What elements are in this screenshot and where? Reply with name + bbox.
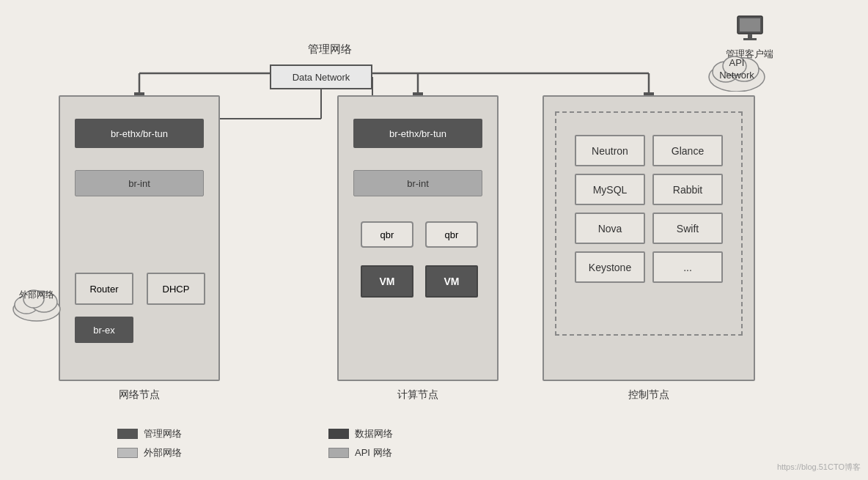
svg-rect-30	[740, 18, 760, 32]
service-etc: ...	[652, 251, 723, 283]
compute-node-panel: br-ethx/br-tun br-int qbr qbr VM VM 计算节点	[337, 95, 499, 381]
legend-api-network: API 网络	[328, 446, 393, 459]
compute-br-int: br-int	[353, 170, 482, 196]
svg-rect-32	[743, 38, 757, 40]
legend-mgmt-network: 管理网络	[117, 427, 182, 440]
control-node-panel: Neutron Glance MySQL Rabbit Nova Swift	[542, 95, 755, 381]
network-br-ethx: br-ethx/br-tun	[75, 119, 204, 148]
watermark: https://blog.51CTO博客	[777, 462, 861, 473]
legend-left: 管理网络 外部网络	[117, 427, 182, 459]
data-network-box: Data Network	[270, 64, 372, 89]
network-node-label: 网络节点	[60, 388, 218, 402]
control-node-label: 控制节点	[544, 388, 754, 402]
svg-rect-31	[748, 34, 752, 38]
qbr-left-box: qbr	[361, 221, 413, 248]
api-network-cloud: APINetwork	[704, 44, 770, 92]
vm-right-box: VM	[425, 265, 478, 298]
service-rabbit: Rabbit	[652, 174, 723, 205]
mgmt-network-label: 管理网络	[308, 43, 352, 56]
vm-left-box: VM	[361, 265, 413, 298]
qbr-right-box: qbr	[425, 221, 478, 248]
service-neutron: Neutron	[575, 135, 645, 166]
service-grid: Neutron Glance MySQL Rabbit Nova Swift	[575, 135, 723, 283]
api-network-label: APINetwork	[704, 57, 770, 82]
service-glance: Glance	[652, 135, 723, 166]
legend-external-color	[117, 448, 138, 458]
service-mysql: MySQL	[575, 174, 645, 205]
br-ex-bar: br-ex	[75, 317, 133, 343]
control-inner-dashed: Neutron Glance MySQL Rabbit Nova Swift	[555, 111, 743, 336]
service-nova: Nova	[575, 213, 645, 244]
computer-icon	[732, 15, 768, 44]
service-swift: Swift	[652, 213, 723, 244]
compute-br-ethx: br-ethx/br-tun	[353, 119, 482, 148]
external-network-cloud: 外部网络	[7, 278, 66, 325]
legend-data-network: 数据网络	[328, 427, 393, 440]
legend-api-color	[328, 448, 349, 458]
network-br-int: br-int	[75, 170, 204, 196]
compute-node-label: 计算节点	[339, 388, 497, 402]
router-box: Router	[75, 273, 133, 305]
external-network-label: 外部网络	[7, 289, 66, 301]
legend-data-color	[328, 429, 349, 439]
legend-area: 管理网络 外部网络 数据网络 API 网络	[117, 427, 393, 459]
dhcp-box: DHCP	[147, 273, 205, 305]
legend-mgmt-color	[117, 429, 138, 439]
network-node-panel: br-ethx/br-tun br-int Router DHCP br-ex …	[59, 95, 220, 381]
diagram-container: 管理网络 Data Network 管理客户端 APINetwork br-et…	[0, 0, 868, 480]
legend-external-network: 外部网络	[117, 446, 182, 459]
service-keystone: Keystone	[575, 251, 645, 283]
legend-right: 数据网络 API 网络	[328, 427, 393, 459]
